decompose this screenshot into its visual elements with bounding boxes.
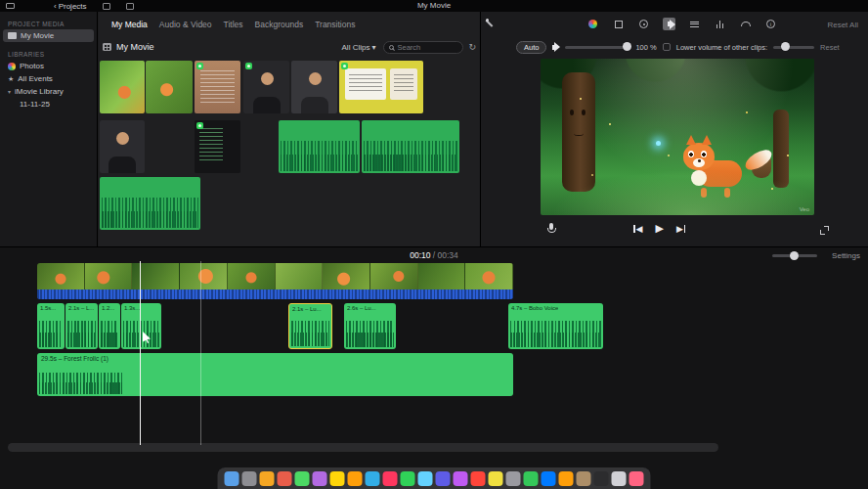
dock-icon[interactable] (330, 471, 345, 486)
dock-icon[interactable] (471, 471, 486, 486)
dock-icon[interactable] (559, 471, 574, 486)
enhance-wand-icon[interactable] (486, 19, 496, 28)
media-thumbnail[interactable] (146, 61, 193, 113)
sidebar-item-all-events[interactable]: ★ All Events (0, 72, 97, 85)
timeline-zoom-slider[interactable] (772, 254, 817, 257)
person-badge-icon (196, 122, 203, 129)
lower-volume-slider[interactable] (773, 46, 814, 49)
media-thumbnail[interactable] (100, 120, 145, 173)
play-button[interactable]: ▶ (655, 222, 663, 235)
media-thumbnail[interactable] (243, 61, 289, 113)
dock-icon[interactable] (383, 471, 398, 486)
dock-icon[interactable] (278, 471, 292, 486)
playhead[interactable] (140, 261, 141, 445)
dock-icon[interactable] (313, 471, 327, 486)
media-thumbnail[interactable] (100, 61, 145, 113)
equalizer-icon[interactable] (714, 18, 726, 30)
search-input[interactable] (397, 43, 456, 52)
dock-icon[interactable] (489, 471, 503, 486)
media-thumbnail[interactable] (195, 61, 240, 113)
dock-icon[interactable] (366, 471, 380, 486)
speed-icon[interactable] (739, 18, 752, 30)
volume-tool-icon[interactable] (663, 18, 675, 30)
color-correction-icon[interactable] (586, 18, 599, 30)
dock-icon[interactable] (629, 471, 644, 486)
sidebar-item-photos[interactable]: Photos (0, 60, 97, 72)
dock-icon[interactable] (401, 471, 415, 486)
previous-frame-button[interactable]: ◀ (633, 224, 642, 234)
sidebar: PROJECT MEDIA My Movie LIBRARIES Photos … (0, 12, 98, 246)
tab-backgrounds[interactable]: Backgrounds (255, 20, 304, 29)
media-thumbnail[interactable] (291, 61, 337, 113)
info-icon[interactable]: i (764, 18, 777, 30)
media-thumbnail-audio[interactable] (279, 120, 360, 173)
fullscreen-icon[interactable] (820, 226, 829, 235)
timeline-video-clip[interactable] (37, 263, 513, 289)
timeline-zoom-knob[interactable] (790, 251, 799, 260)
media-thumbnail-audio[interactable] (100, 177, 200, 230)
tab-audio-video[interactable]: Audio & Video (159, 20, 212, 29)
dock-icon[interactable] (524, 471, 539, 486)
chevron-down-icon: ▾ (371, 43, 375, 52)
next-frame-button[interactable]: ▶ (676, 224, 685, 234)
dock-icon[interactable] (436, 471, 451, 486)
tab-titles[interactable]: Titles (224, 20, 243, 29)
timeline-clip[interactable]: 4.7s – Bobo Voice (508, 303, 603, 349)
dock-icon[interactable] (225, 471, 239, 486)
dock-icon[interactable] (612, 471, 627, 486)
sidebar-item-my-movie[interactable]: My Movie (3, 29, 94, 42)
dock-icon[interactable] (260, 471, 275, 486)
tab-transitions[interactable]: Transitions (315, 20, 355, 29)
media-browser-title: My Movie (116, 42, 154, 52)
volume-reset-button[interactable]: Reset (820, 43, 840, 52)
dock-icon[interactable] (242, 471, 257, 486)
crop-icon[interactable] (612, 18, 625, 30)
stabilization-icon[interactable] (637, 18, 650, 30)
preview-video[interactable]: Veo (541, 59, 814, 215)
libraries-header: LIBRARIES (8, 51, 97, 58)
timeline-clip[interactable]: 1.5s... (37, 303, 65, 349)
media-thumbnail[interactable] (195, 120, 240, 173)
dock-icon[interactable] (577, 471, 591, 486)
speaker-icon[interactable] (552, 45, 555, 50)
timeline-clip-background-music[interactable]: 29.5s – Forest Frolic (1) (37, 353, 513, 396)
lower-volume-checkbox[interactable] (663, 43, 671, 51)
volume-value: 100 % (635, 43, 656, 52)
timeline-settings-button[interactable]: Settings (832, 251, 860, 260)
tab-my-media[interactable]: My Media (111, 20, 148, 29)
share-icon[interactable] (126, 3, 134, 10)
timeline-clip[interactable]: 2.6s – Lu... (344, 303, 396, 349)
dock-icon[interactable] (594, 471, 609, 486)
voiceover-mic-icon[interactable] (547, 223, 554, 233)
import-media-icon[interactable] (103, 3, 110, 10)
clips-filter-dropdown[interactable]: All Clips ▾ (342, 43, 376, 52)
timeline-clip[interactable]: 1.2... (99, 303, 120, 349)
timecode-display: 00:10 / 00:34 (0, 250, 868, 260)
auto-volume-button[interactable]: Auto (516, 41, 546, 54)
dock-icon[interactable] (348, 471, 363, 486)
sidebar-item-library-date[interactable]: 11-11-25 (0, 98, 97, 111)
timeline-clip[interactable]: 2.1s – L... (65, 303, 98, 349)
dock-icon[interactable] (295, 471, 310, 486)
noise-reduction-icon[interactable] (688, 18, 701, 30)
reset-all-button[interactable]: Reset All (827, 21, 858, 29)
grid-view-icon[interactable] (103, 43, 111, 51)
dock-icon[interactable] (542, 471, 556, 486)
timeline-video-audio-track[interactable] (37, 289, 513, 299)
volume-slider[interactable] (565, 46, 629, 49)
dock-icon[interactable] (454, 471, 468, 486)
skimmer-line (200, 261, 201, 445)
refresh-icon[interactable]: ↻ (468, 42, 476, 52)
film-icon (8, 32, 17, 39)
back-to-projects-button[interactable]: ‹ Projects (54, 2, 87, 11)
media-thumbnail-audio[interactable] (362, 120, 459, 173)
lower-volume-knob[interactable] (781, 42, 790, 51)
volume-slider-knob[interactable] (623, 42, 631, 51)
dock-icon[interactable] (506, 471, 521, 486)
timeline-scrollbar[interactable] (8, 443, 718, 452)
timeline-clip-selected[interactable]: 2.1s – Lu... (288, 303, 332, 349)
dock-icon[interactable] (418, 471, 433, 486)
timeline-clip[interactable]: 1.3s... (121, 303, 161, 349)
sidebar-item-imovie-library[interactable]: ▾ iMovie Library (0, 85, 97, 98)
media-thumbnail[interactable] (339, 61, 423, 113)
